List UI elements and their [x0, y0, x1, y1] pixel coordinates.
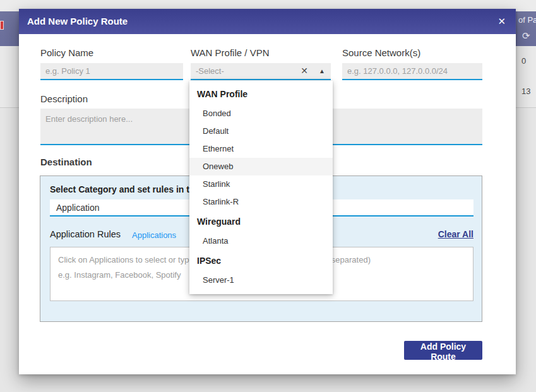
- screen: of Pac ⟳ 0 13 Add New Policy Route ✕ Pol…: [0, 0, 536, 392]
- close-icon[interactable]: ✕: [497, 9, 506, 34]
- clear-all-link[interactable]: Clear All: [438, 229, 473, 239]
- clear-selection-icon[interactable]: ✕: [301, 66, 308, 76]
- applications-link[interactable]: Applications: [132, 230, 176, 240]
- dropdown-group-label: WAN Profile: [189, 83, 333, 105]
- dropdown-group-label: IPSec: [189, 250, 333, 271]
- wan-profile-label: WAN Profile / VPN: [191, 47, 269, 58]
- category-select-value: Application: [56, 203, 100, 213]
- packets-count: 13: [521, 86, 530, 96]
- dropdown-item-atlanta[interactable]: Atlanta: [189, 232, 333, 250]
- application-rules-label: Application Rules: [50, 229, 121, 239]
- wan-profile-select[interactable]: -Select- ✕ ▲: [191, 63, 331, 80]
- add-policy-route-button[interactable]: Add Policy Route: [404, 341, 482, 360]
- dropdown-group-label: Wireguard: [189, 211, 333, 232]
- description-label: Description: [40, 93, 88, 104]
- wan-dropdown-panel: WAN ProfileBondedDefaultEthernetOnewebSt…: [189, 81, 333, 294]
- dialog-header: Add New Policy Route ✕: [19, 9, 516, 34]
- policy-name-input[interactable]: [40, 63, 183, 80]
- dropdown-item-oneweb[interactable]: Oneweb: [189, 158, 333, 175]
- packets-column-label: of Pac: [518, 15, 536, 25]
- status-glyph: [0, 21, 4, 30]
- refresh-icon[interactable]: ⟳: [522, 30, 530, 42]
- dropdown-item-server-1[interactable]: Server-1: [189, 271, 333, 289]
- source-network-label: Source Network(s): [342, 47, 420, 58]
- packets-count: 0: [521, 56, 526, 65]
- chevron-up-icon[interactable]: ▲: [319, 68, 325, 74]
- packets-column-header: of Pac ⟳: [516, 11, 536, 46]
- policy-name-label: Policy Name: [40, 47, 93, 58]
- dropdown-item-starlink-r[interactable]: Starlink-R: [189, 193, 333, 211]
- dropdown-item-starlink[interactable]: Starlink: [189, 175, 333, 193]
- source-network-input[interactable]: [342, 63, 482, 80]
- wan-profile-select-value: -Select-: [196, 66, 224, 76]
- destination-label: Destination: [40, 157, 92, 167]
- dialog-title: Add New Policy Route: [27, 9, 128, 34]
- dropdown-item-default[interactable]: Default: [189, 122, 333, 140]
- add-policy-route-dialog: Add New Policy Route ✕ Policy Name WAN P…: [19, 9, 516, 374]
- dropdown-item-ethernet[interactable]: Ethernet: [189, 140, 333, 158]
- dropdown-item-bonded[interactable]: Bonded: [189, 105, 333, 122]
